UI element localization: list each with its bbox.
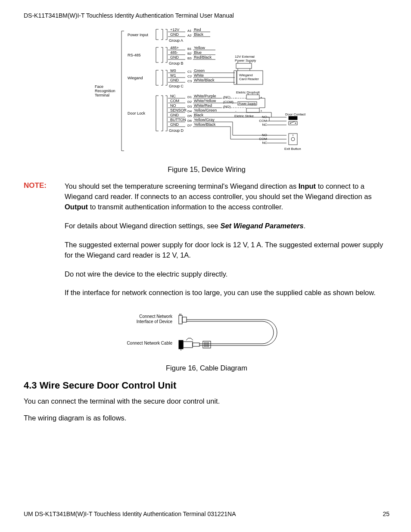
d-col-4: Black [194, 113, 204, 117]
b-sig-2: GND [170, 55, 179, 59]
d-pin-1: D2 [187, 100, 192, 104]
d-col-2: White/Red [194, 103, 212, 108]
a-col-0: Red [194, 28, 201, 32]
d-pin-2: D3 [187, 105, 192, 109]
ext-ps-1: 12V External [235, 55, 255, 59]
d-sig-2: NO [170, 103, 176, 108]
note-p2: For details about Wiegand direction sett… [65, 221, 389, 231]
cable-svg: Connect Network Interface of Device Conn… [121, 309, 293, 359]
svg-text:-: - [235, 96, 237, 100]
svg-text:+: + [260, 96, 262, 100]
b-pin-2: B3 [187, 56, 192, 60]
group-a: Power Input +12V A1 Red GND A2 Black Gro… [128, 28, 210, 43]
c-pin-2: C3 [187, 79, 192, 83]
figure-15-caption: Figure 15, Device Wiring [24, 165, 389, 174]
ext-ps-2: Power Supply [235, 59, 256, 62]
group-c-label: Group C [169, 84, 184, 88]
footer-left: UM DS-K1T341BM(W)I-T Touchless Identity … [24, 510, 236, 517]
c-col-1: White [194, 73, 204, 78]
d-col-3: Yellow/Green [194, 108, 217, 112]
d-pin-0: D1 [187, 95, 192, 99]
d-pin-4: D5 [187, 114, 192, 118]
group-b-label: Group B [169, 61, 184, 65]
no-paren: (NO) [223, 105, 231, 109]
svg-point-60 [295, 123, 296, 124]
c-col-2: White/Black [194, 78, 215, 82]
body-p2: The wiring diagram is as follows. [24, 414, 389, 422]
group-d-label: Group D [169, 128, 184, 133]
group-d: Door Lock NC D1 White/Purple COM D2 Whit… [128, 94, 221, 133]
eb-com: COM [259, 137, 267, 141]
page: DS-K11T341BM(W)I-T Touchless Identity Au… [0, 0, 411, 532]
a-sig-0: +12V [170, 28, 179, 32]
d-sig-1: COM [170, 99, 179, 103]
svg-rect-81 [179, 340, 183, 349]
c-pin-0: C1 [187, 70, 192, 74]
note-p5: If the interface for network connection … [65, 288, 389, 298]
b-pin-1: B2 [187, 52, 192, 56]
door-contact-label: Door Contact [285, 112, 306, 116]
cable-l1: Connect Network [139, 314, 173, 319]
b-sig-0: 485+ [170, 46, 179, 50]
wiring-svg: Face Recognition Terminal Power Input +1… [86, 23, 327, 160]
svg-rect-82 [183, 342, 193, 348]
terminal-label-3: Terminal [95, 93, 109, 97]
ps-small: Power Supply [239, 102, 256, 106]
d-sig-4: GND [170, 113, 179, 117]
c-col-0: Green [194, 68, 205, 73]
page-footer: UM DS-K1T341BM(W)I-T Touchless Identity … [24, 510, 389, 517]
nc-paren: (NC) [223, 95, 230, 99]
eb-nc: NC [262, 141, 267, 145]
wiegand-reader-2: Card Reader [239, 77, 259, 81]
group-a-label: Group A [169, 38, 183, 43]
c-sig-0: W0 [170, 68, 176, 73]
c-sig-2: GND [170, 78, 179, 82]
c-pin-1: C2 [187, 75, 192, 78]
svg-rect-88 [203, 341, 211, 348]
svg-rect-39 [246, 95, 259, 99]
figure-16-caption: Figure 16, Cable Diagram [24, 364, 389, 372]
wiegand-reader-1: Wiegand [239, 73, 253, 77]
svg-rect-77 [179, 315, 182, 324]
d-col-5: Yellow/Gray [194, 118, 215, 122]
d-pin-5: D6 [187, 119, 192, 123]
dc-nc: NC [262, 123, 267, 127]
d-pin-6: D7 [187, 124, 192, 128]
b-sig-1: 485- [170, 50, 178, 55]
d-sig-5: BUTTON [170, 118, 186, 122]
d-sig-0: NC [170, 94, 176, 98]
d-pin-3: D4 [187, 109, 192, 113]
a-col-1: Black [194, 32, 204, 37]
section-4-3-heading: 4.3 Wire Secure Door Control Unit [24, 380, 389, 391]
b-col-0: Yellow [194, 46, 205, 50]
note-body: You should set the temperature screening… [65, 181, 389, 307]
note-block: NOTE: You should set the temperature scr… [24, 181, 389, 307]
group-d-name: Door Lock [128, 111, 146, 115]
b-col-2: Red/Black [194, 55, 212, 59]
d-col-1: White/Yellow [194, 99, 216, 103]
svg-rect-10 [236, 63, 252, 68]
header-title: DS-K11T341BM(W)I-T Touchless Identity Au… [24, 12, 389, 19]
footer-page-number: 25 [383, 510, 389, 517]
d-sig-3: SENSOR [170, 108, 187, 112]
eb-no: NO [262, 133, 267, 137]
group-b: RS-485 485+ B1 Yellow 485- B2 Blue GND B… [128, 46, 215, 65]
terminal-label-2: Recognition [95, 89, 115, 93]
a-sig-1: GND [170, 32, 179, 37]
svg-rect-78 [182, 317, 187, 322]
b-pin-0: B1 [187, 47, 192, 51]
cable-l2: Interface of Device [136, 319, 172, 324]
a-pin-0: A1 [187, 29, 192, 33]
group-c: Wiegand W0 C1 Green W1 C2 White GND C3 [128, 68, 263, 88]
d-col-6: Yellow/Black [194, 122, 216, 127]
dc-no: NO [262, 115, 267, 119]
terminal-label-1: Face [95, 84, 103, 89]
svg-point-69 [291, 137, 295, 141]
group-a-name: Power Input [128, 33, 149, 37]
c-sig-1: W1 [170, 73, 176, 78]
exit-label: Exit Button [284, 147, 301, 151]
svg-rect-45 [246, 108, 259, 112]
figure-15-diagram: Face Recognition Terminal Power Input +1… [24, 23, 389, 160]
strike-label: Eletric Strike [234, 114, 254, 118]
svg-rect-57 [289, 116, 297, 120]
